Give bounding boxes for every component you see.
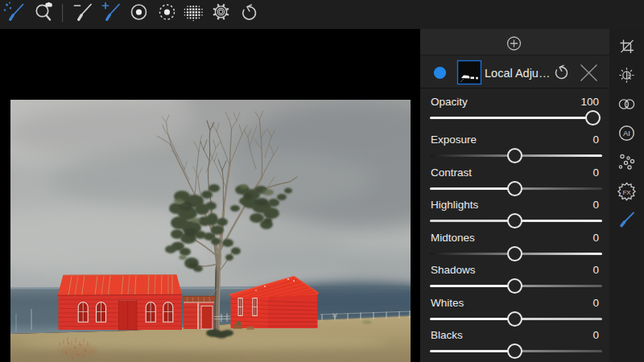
svg-text:AI: AI	[623, 129, 630, 138]
svg-text:FX: FX	[622, 189, 631, 196]
svg-text:Local Adju…: Local Adju…	[485, 67, 550, 80]
